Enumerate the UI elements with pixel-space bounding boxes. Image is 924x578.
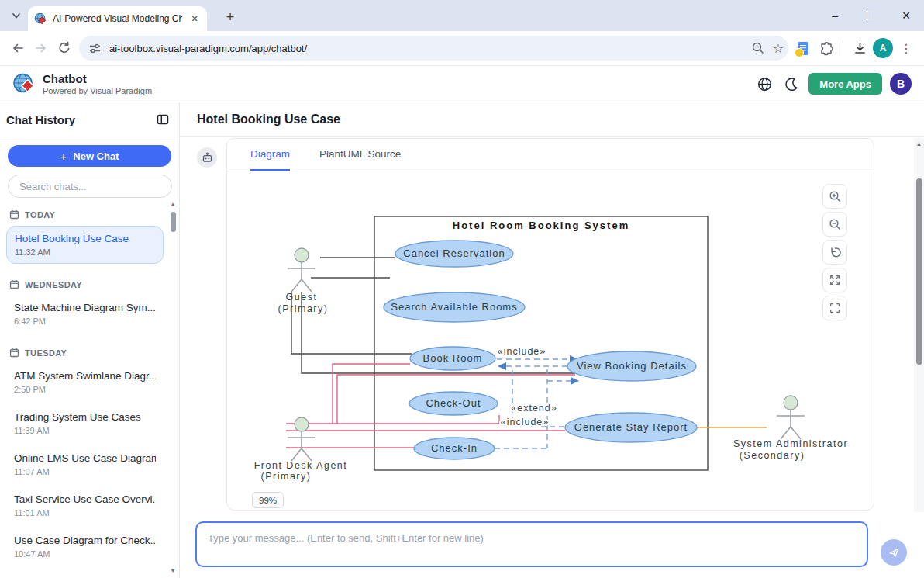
svg-text:(Secondary): (Secondary) bbox=[740, 450, 805, 461]
section-wednesday: WEDNESDAY bbox=[9, 279, 164, 289]
include-label: «include» bbox=[501, 417, 550, 427]
message-input[interactable] bbox=[195, 521, 868, 567]
sidebar-scrollbar[interactable]: ▲ ▼ bbox=[169, 201, 177, 575]
actor-guest[interactable]: Guest (Primary) bbox=[278, 248, 329, 314]
calendar-icon bbox=[9, 279, 19, 289]
sidebar-scrollbar-thumb[interactable] bbox=[171, 212, 176, 232]
new-chat-button[interactable]: + New Chat bbox=[8, 145, 171, 167]
calendar-icon bbox=[9, 348, 19, 358]
section-tuesday: TUESDAY bbox=[9, 348, 164, 358]
use-case-generate-stay-report[interactable]: Generate Stay Report bbox=[565, 413, 697, 442]
forward-button[interactable] bbox=[29, 36, 53, 60]
browser-menu-kebab-icon[interactable]: ⋮ bbox=[895, 36, 918, 60]
window-close-button[interactable]: ✕ bbox=[888, 0, 924, 31]
card-tabs: Diagram PlantUML Source bbox=[227, 139, 874, 171]
tab-search-chevron-icon[interactable] bbox=[8, 7, 25, 24]
browser-toolbar: ai-toolbox.visual-paradigm.com/app/chatb… bbox=[0, 31, 924, 66]
chat-item-selected[interactable]: Hotel Booking Use Case 11:32 AM bbox=[6, 226, 164, 264]
tab-plantuml-source[interactable]: PlantUML Source bbox=[319, 139, 401, 171]
tab-close-icon[interactable]: ✕ bbox=[188, 12, 201, 25]
search-chats-input[interactable] bbox=[8, 175, 172, 198]
actor-system-administrator[interactable]: System Administrator (Secondary) bbox=[733, 396, 848, 461]
fullscreen-button[interactable] bbox=[822, 296, 847, 320]
extensions-puzzle-icon[interactable] bbox=[815, 36, 838, 60]
svg-text:Search Available Rooms: Search Available Rooms bbox=[391, 301, 517, 313]
user-avatar[interactable]: B bbox=[890, 73, 912, 95]
svg-text:System Administrator: System Administrator bbox=[733, 438, 848, 449]
browser-profile-avatar[interactable]: A bbox=[871, 36, 895, 60]
language-globe-icon[interactable] bbox=[751, 71, 777, 97]
url-text[interactable]: ai-toolbox.visual-paradigm.com/app/chatb… bbox=[109, 43, 743, 54]
page-scrollbar-thumb[interactable] bbox=[916, 178, 922, 365]
chat-item[interactable]: Online LMS Use Case Diagram 11:07 AM bbox=[6, 446, 164, 483]
browser-tab[interactable]: AI-Powered Visual Modeling Ch ✕ bbox=[28, 6, 207, 31]
zoom-indicator-icon[interactable] bbox=[751, 41, 765, 55]
chat-item[interactable]: Taxi Service Use Case Overvi... 11:01 AM bbox=[6, 487, 164, 524]
actor-front-desk-agent[interactable]: Front Desk Agent (Primary) bbox=[254, 417, 348, 482]
diagram-controls bbox=[822, 184, 847, 320]
use-case-diagram-canvas[interactable]: Hotel Room Booking System bbox=[233, 171, 853, 505]
use-case-search-available-rooms[interactable]: Search Available Rooms bbox=[384, 292, 525, 322]
expand-button[interactable] bbox=[822, 268, 847, 292]
bookmark-star-icon[interactable]: ☆ bbox=[773, 41, 784, 56]
more-apps-button[interactable]: More Apps bbox=[808, 73, 882, 95]
svg-text:Generate Stay Report: Generate Stay Report bbox=[574, 421, 688, 433]
powered-by: Powered by Visual Paradigm bbox=[43, 86, 152, 95]
reload-button[interactable] bbox=[53, 36, 76, 60]
svg-text:Check-Out: Check-Out bbox=[426, 397, 481, 409]
use-case-view-booking-details[interactable]: View Booking Details bbox=[567, 351, 696, 381]
include-label: «include» bbox=[498, 346, 546, 357]
svg-text:View Booking Details: View Booking Details bbox=[577, 360, 687, 372]
svg-text:(Primary): (Primary) bbox=[278, 303, 329, 314]
section-today: TODAY bbox=[9, 209, 164, 220]
visual-paradigm-link[interactable]: Visual Paradigm bbox=[90, 86, 152, 95]
back-button[interactable] bbox=[6, 36, 29, 60]
bot-avatar bbox=[197, 147, 217, 168]
brand: Chatbot Powered by Visual Paradigm bbox=[12, 72, 152, 95]
tab-diagram[interactable]: Diagram bbox=[250, 139, 290, 171]
use-case-cancel-reservation[interactable]: Cancel Reservation bbox=[395, 241, 513, 267]
sidebar-title: Chat History bbox=[6, 113, 75, 126]
svg-text:(Primary): (Primary) bbox=[261, 471, 312, 482]
calendar-icon bbox=[9, 209, 19, 220]
docs-extension-icon[interactable] bbox=[791, 36, 815, 60]
app-header: Chatbot Powered by Visual Paradigm More … bbox=[0, 66, 924, 102]
scroll-up-icon[interactable]: ▲ bbox=[916, 140, 922, 147]
chat-item[interactable]: State Machine Diagram Sym... 6:42 PM bbox=[6, 296, 164, 332]
site-settings-sliders-icon[interactable] bbox=[88, 42, 102, 55]
robot-icon bbox=[202, 152, 213, 164]
zoom-level-badge: 99% bbox=[252, 492, 284, 508]
dark-mode-moon-icon[interactable] bbox=[777, 71, 804, 97]
extend-label: «extend» bbox=[511, 403, 557, 414]
zoom-out-button[interactable] bbox=[822, 212, 847, 237]
app-title: Chatbot bbox=[43, 72, 152, 85]
scroll-up-icon[interactable]: ▲ bbox=[170, 201, 176, 209]
use-case-book-room[interactable]: Book Room bbox=[410, 347, 495, 370]
zoom-in-button[interactable] bbox=[822, 184, 847, 209]
send-button[interactable] bbox=[881, 539, 907, 566]
address-bar[interactable]: ai-toolbox.visual-paradigm.com/app/chatb… bbox=[79, 36, 788, 61]
svg-text:Front Desk Agent: Front Desk Agent bbox=[254, 460, 348, 471]
collapse-sidebar-icon[interactable] bbox=[156, 112, 170, 126]
page-scrollbar[interactable]: ▲ bbox=[914, 138, 924, 512]
window-maximize-button[interactable] bbox=[853, 0, 888, 31]
svg-text:Cancel Reservation: Cancel Reservation bbox=[403, 247, 505, 259]
svg-text:Book Room: Book Room bbox=[423, 352, 483, 364]
diagram-card: Diagram PlantUML Source Hotel Room Booki… bbox=[226, 138, 874, 511]
chat-item[interactable]: ATM System Swimlane Diagr... 2:50 PM bbox=[6, 364, 164, 400]
chat-item[interactable]: Trading System Use Cases 11:39 AM bbox=[6, 405, 164, 441]
downloads-button[interactable] bbox=[848, 36, 871, 60]
scroll-down-icon[interactable]: ▼ bbox=[170, 567, 176, 575]
system-boundary-title: Hotel Room Booking System bbox=[453, 220, 629, 231]
new-tab-button[interactable]: + bbox=[219, 6, 241, 28]
reset-view-button[interactable] bbox=[822, 240, 847, 265]
paper-plane-icon bbox=[888, 546, 900, 559]
window-minimize-button[interactable]: – bbox=[817, 0, 853, 31]
use-case-check-in[interactable]: Check-In bbox=[414, 438, 495, 459]
chat-list: TODAY Hotel Booking Use Case 11:32 AM WE… bbox=[0, 198, 179, 578]
main-panel: Hotel Booking Use Case Diagram PlantUML … bbox=[180, 102, 924, 578]
chat-item[interactable]: Use Case Diagram for Check... 10:47 AM bbox=[6, 528, 164, 565]
svg-text:Check-In: Check-In bbox=[431, 442, 478, 454]
use-case-check-out[interactable]: Check-Out bbox=[409, 392, 498, 415]
plus-icon: + bbox=[60, 150, 67, 163]
